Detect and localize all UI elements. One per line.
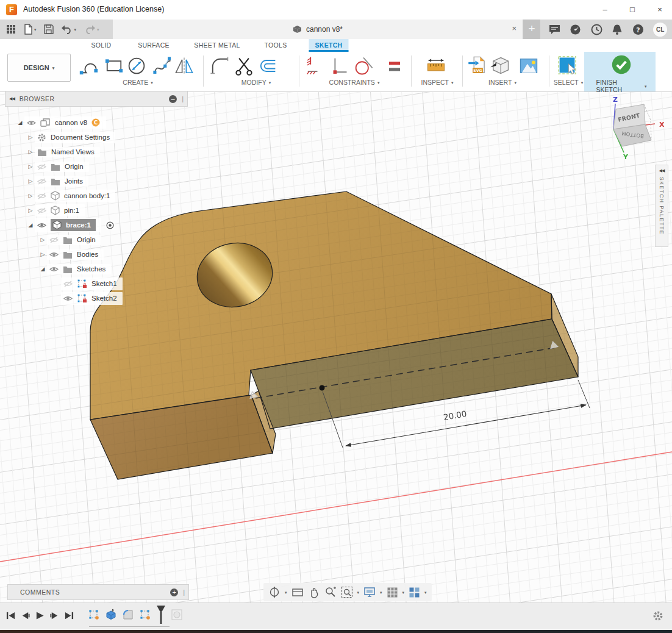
panel-resize-handle[interactable]: | [182,95,184,102]
modify-group-dropdown[interactable]: MODIFY▾ [241,79,271,86]
panel-resize-handle[interactable]: | [183,588,185,596]
timeline-play-button[interactable] [35,611,45,620]
offset-tool-icon[interactable] [257,54,279,77]
browser-row-root[interactable]: ◢ cannon v8 C [5,115,188,130]
timeline-ruler[interactable] [89,626,170,627]
display-settings-icon[interactable] [363,587,376,598]
document-tab[interactable]: cannon v8* × [113,20,523,39]
browser-item-label[interactable]: Named Views [51,148,95,156]
orbit-caret-icon[interactable]: ▾ [285,590,287,595]
expand-open-icon[interactable]: ◢ [38,266,47,272]
account-avatar[interactable]: CL [653,23,667,37]
browser-row[interactable]: ▷ Joints [5,174,188,188]
equal-constraint-icon[interactable] [384,54,406,77]
visibility-on-icon[interactable] [37,222,46,229]
expand-closed-icon[interactable]: ▷ [38,251,47,257]
job-status-icon[interactable] [591,24,602,35]
timeline-fillet-feature[interactable] [122,609,134,621]
display-caret-icon[interactable]: ▾ [380,590,382,595]
sketch-palette-tab[interactable]: ◀◀ SKETCH PALETTE [655,165,668,247]
zoom-icon[interactable] [324,586,337,598]
browser-row-selected[interactable]: ◢ brace:1 [5,218,188,232]
browser-row[interactable]: Sketch1 [5,276,188,291]
visibility-on-icon[interactable] [49,266,59,273]
tab-sketch[interactable]: SKETCH [309,39,349,52]
feedback-icon[interactable] [549,24,560,35]
browser-row[interactable]: Sketch2 [5,291,188,306]
grid-caret-icon[interactable]: ▾ [402,590,405,595]
browser-item-label[interactable]: brace:1 [66,221,91,229]
minimize-button[interactable]: – [593,2,617,17]
browser-display-toggle-icon[interactable]: – [169,95,177,103]
inspect-group-dropdown[interactable]: INSPECT▾ [421,79,453,86]
browser-row[interactable]: ◢ Sketches [5,262,188,276]
browser-row[interactable]: ▷ Named Views [5,145,188,159]
workspace-selector[interactable]: DESIGN ▾ [7,54,71,82]
viewports-icon[interactable] [409,587,420,598]
fit-caret-icon[interactable]: ▾ [357,590,360,595]
tangent-constraint-icon[interactable] [352,54,374,77]
tab-sheet-metal[interactable]: SHEET METAL [188,39,246,52]
browser-collapse-icon[interactable]: ◀◀ [9,96,15,101]
timeline-settings-gear-icon[interactable] [652,610,663,621]
activate-component-radio[interactable] [105,220,115,231]
tab-surface[interactable]: SURFACE [132,39,176,52]
finish-sketch-dropdown[interactable]: FINISH SKETCH▾ [596,79,647,93]
rectangle-tool-icon[interactable] [103,54,125,77]
browser-item-label[interactable]: Origin [77,236,96,243]
browser-row[interactable]: ▷ cannon body:1 [5,188,188,203]
expand-closed-icon[interactable]: ▷ [26,207,35,213]
select-tool-icon[interactable] [556,54,578,77]
expand-closed-icon[interactable]: ▷ [26,149,35,155]
browser-item-label[interactable]: Document Settings [51,134,110,141]
tab-solid[interactable]: SOLID [85,39,117,52]
mirror-tool-icon[interactable] [173,54,195,77]
visibility-off-icon[interactable] [37,178,46,185]
comments-panel[interactable]: COMMENTS + | [7,584,189,599]
palette-expand-icon[interactable]: ◀◀ [659,168,665,173]
measure-tool-icon[interactable] [425,54,447,77]
visibility-on-icon[interactable] [49,251,59,258]
visibility-on-icon[interactable] [63,295,73,302]
expand-open-icon[interactable]: ◢ [26,222,35,228]
close-button[interactable]: × [648,2,672,17]
fit-icon[interactable] [341,586,353,598]
browser-item-label[interactable]: Bodies [77,251,98,258]
canvas-image-icon[interactable] [518,54,540,77]
timeline-playhead-marker[interactable] [156,606,166,624]
undo-button[interactable]: ▾ [61,24,77,34]
insert-svg-icon[interactable]: SVG [467,54,489,77]
constraints-group-dropdown[interactable]: CONSTRAINTS▾ [329,79,380,86]
insert-group-dropdown[interactable]: INSERT▾ [488,79,517,86]
browser-row[interactable]: ▷ pin:1 [5,203,188,218]
maximize-button[interactable]: □ [620,2,645,17]
timeline-go-to-end-button[interactable] [65,611,74,620]
app-grid-icon[interactable] [6,24,16,34]
browser-item-label[interactable]: pin:1 [64,207,79,214]
visibility-off-icon[interactable] [63,281,73,287]
timeline-sketch-feature[interactable] [88,609,100,621]
visibility-off-icon[interactable] [37,163,46,170]
file-menu-button[interactable]: ▾ [23,24,37,35]
timeline-extrude-feature[interactable] [105,609,117,621]
add-comment-icon[interactable]: + [170,588,178,596]
orbit-icon[interactable] [268,586,281,598]
timeline-go-to-start-button[interactable] [6,611,15,620]
browser-item-label[interactable]: cannon v8 [55,119,87,126]
insert-mesh-icon[interactable] [489,54,511,77]
help-icon[interactable]: ? [632,24,644,35]
viewports-caret-icon[interactable]: ▾ [424,590,427,595]
browser-item-label[interactable]: Sketch2 [91,295,117,302]
tab-tools[interactable]: TOOLS [259,39,293,52]
visibility-off-icon[interactable] [49,237,59,243]
horizontal-vertical-constraint-icon[interactable] [304,54,326,77]
document-tab-label[interactable]: cannon v8* [306,25,343,34]
save-button[interactable] [44,24,54,34]
look-at-icon[interactable] [291,587,304,598]
expand-closed-icon[interactable]: ▷ [26,163,35,170]
redo-button[interactable]: ▾ [84,24,99,34]
timeline-step-forward-button[interactable] [50,611,59,620]
visibility-on-icon[interactable] [27,120,36,126]
extensions-icon[interactable] [570,24,581,35]
expand-closed-icon[interactable]: ▷ [26,178,35,184]
